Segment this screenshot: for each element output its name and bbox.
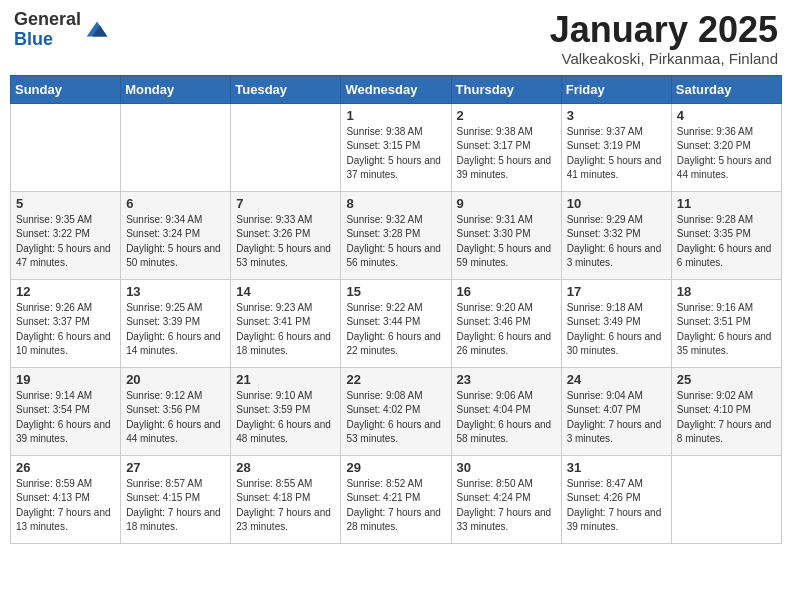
day-number: 25 (677, 372, 776, 387)
calendar-day-cell: 17Sunrise: 9:18 AM Sunset: 3:49 PM Dayli… (561, 279, 671, 367)
day-number: 13 (126, 284, 225, 299)
day-info: Sunrise: 9:20 AM Sunset: 3:46 PM Dayligh… (457, 301, 556, 359)
weekday-header-wednesday: Wednesday (341, 75, 451, 103)
day-info: Sunrise: 9:08 AM Sunset: 4:02 PM Dayligh… (346, 389, 445, 447)
day-number: 7 (236, 196, 335, 211)
calendar-day-cell: 6Sunrise: 9:34 AM Sunset: 3:24 PM Daylig… (121, 191, 231, 279)
calendar-day-cell: 19Sunrise: 9:14 AM Sunset: 3:54 PM Dayli… (11, 367, 121, 455)
day-info: Sunrise: 9:36 AM Sunset: 3:20 PM Dayligh… (677, 125, 776, 183)
day-info: Sunrise: 9:02 AM Sunset: 4:10 PM Dayligh… (677, 389, 776, 447)
day-info: Sunrise: 9:04 AM Sunset: 4:07 PM Dayligh… (567, 389, 666, 447)
calendar-day-cell: 28Sunrise: 8:55 AM Sunset: 4:18 PM Dayli… (231, 455, 341, 543)
day-number: 11 (677, 196, 776, 211)
calendar-day-cell: 27Sunrise: 8:57 AM Sunset: 4:15 PM Dayli… (121, 455, 231, 543)
day-info: Sunrise: 8:59 AM Sunset: 4:13 PM Dayligh… (16, 477, 115, 535)
day-info: Sunrise: 9:22 AM Sunset: 3:44 PM Dayligh… (346, 301, 445, 359)
calendar-day-cell: 8Sunrise: 9:32 AM Sunset: 3:28 PM Daylig… (341, 191, 451, 279)
calendar-day-cell: 9Sunrise: 9:31 AM Sunset: 3:30 PM Daylig… (451, 191, 561, 279)
day-number: 31 (567, 460, 666, 475)
calendar-day-cell: 12Sunrise: 9:26 AM Sunset: 3:37 PM Dayli… (11, 279, 121, 367)
empty-day-cell (671, 455, 781, 543)
day-info: Sunrise: 9:26 AM Sunset: 3:37 PM Dayligh… (16, 301, 115, 359)
day-number: 12 (16, 284, 115, 299)
day-info: Sunrise: 8:52 AM Sunset: 4:21 PM Dayligh… (346, 477, 445, 535)
day-number: 17 (567, 284, 666, 299)
day-number: 18 (677, 284, 776, 299)
calendar-day-cell: 1Sunrise: 9:38 AM Sunset: 3:15 PM Daylig… (341, 103, 451, 191)
day-number: 26 (16, 460, 115, 475)
weekday-header-row: SundayMondayTuesdayWednesdayThursdayFrid… (11, 75, 782, 103)
day-info: Sunrise: 9:31 AM Sunset: 3:30 PM Dayligh… (457, 213, 556, 271)
calendar-day-cell: 24Sunrise: 9:04 AM Sunset: 4:07 PM Dayli… (561, 367, 671, 455)
day-number: 5 (16, 196, 115, 211)
day-number: 19 (16, 372, 115, 387)
weekday-header-friday: Friday (561, 75, 671, 103)
logo-blue-text: Blue (14, 29, 53, 49)
day-number: 30 (457, 460, 556, 475)
weekday-header-thursday: Thursday (451, 75, 561, 103)
day-info: Sunrise: 9:18 AM Sunset: 3:49 PM Dayligh… (567, 301, 666, 359)
day-number: 27 (126, 460, 225, 475)
day-info: Sunrise: 9:38 AM Sunset: 3:17 PM Dayligh… (457, 125, 556, 183)
calendar-day-cell: 21Sunrise: 9:10 AM Sunset: 3:59 PM Dayli… (231, 367, 341, 455)
day-info: Sunrise: 9:10 AM Sunset: 3:59 PM Dayligh… (236, 389, 335, 447)
calendar-week-row: 12Sunrise: 9:26 AM Sunset: 3:37 PM Dayli… (11, 279, 782, 367)
calendar-day-cell: 14Sunrise: 9:23 AM Sunset: 3:41 PM Dayli… (231, 279, 341, 367)
calendar-day-cell: 26Sunrise: 8:59 AM Sunset: 4:13 PM Dayli… (11, 455, 121, 543)
day-info: Sunrise: 9:14 AM Sunset: 3:54 PM Dayligh… (16, 389, 115, 447)
weekday-header-sunday: Sunday (11, 75, 121, 103)
calendar-day-cell: 15Sunrise: 9:22 AM Sunset: 3:44 PM Dayli… (341, 279, 451, 367)
calendar-day-cell: 7Sunrise: 9:33 AM Sunset: 3:26 PM Daylig… (231, 191, 341, 279)
calendar-day-cell: 11Sunrise: 9:28 AM Sunset: 3:35 PM Dayli… (671, 191, 781, 279)
calendar-day-cell: 13Sunrise: 9:25 AM Sunset: 3:39 PM Dayli… (121, 279, 231, 367)
weekday-header-saturday: Saturday (671, 75, 781, 103)
calendar-table: SundayMondayTuesdayWednesdayThursdayFrid… (10, 75, 782, 544)
day-info: Sunrise: 8:57 AM Sunset: 4:15 PM Dayligh… (126, 477, 225, 535)
day-number: 29 (346, 460, 445, 475)
day-number: 9 (457, 196, 556, 211)
empty-day-cell (231, 103, 341, 191)
empty-day-cell (121, 103, 231, 191)
day-number: 14 (236, 284, 335, 299)
calendar-day-cell: 5Sunrise: 9:35 AM Sunset: 3:22 PM Daylig… (11, 191, 121, 279)
calendar-week-row: 26Sunrise: 8:59 AM Sunset: 4:13 PM Dayli… (11, 455, 782, 543)
empty-day-cell (11, 103, 121, 191)
day-info: Sunrise: 9:37 AM Sunset: 3:19 PM Dayligh… (567, 125, 666, 183)
calendar-day-cell: 23Sunrise: 9:06 AM Sunset: 4:04 PM Dayli… (451, 367, 561, 455)
logo-icon (83, 16, 111, 44)
day-number: 6 (126, 196, 225, 211)
calendar-day-cell: 20Sunrise: 9:12 AM Sunset: 3:56 PM Dayli… (121, 367, 231, 455)
day-number: 24 (567, 372, 666, 387)
day-number: 28 (236, 460, 335, 475)
day-number: 21 (236, 372, 335, 387)
logo-general-text: General (14, 9, 81, 29)
day-number: 3 (567, 108, 666, 123)
day-info: Sunrise: 9:16 AM Sunset: 3:51 PM Dayligh… (677, 301, 776, 359)
calendar-day-cell: 2Sunrise: 9:38 AM Sunset: 3:17 PM Daylig… (451, 103, 561, 191)
calendar-day-cell: 29Sunrise: 8:52 AM Sunset: 4:21 PM Dayli… (341, 455, 451, 543)
day-info: Sunrise: 8:50 AM Sunset: 4:24 PM Dayligh… (457, 477, 556, 535)
day-number: 4 (677, 108, 776, 123)
calendar-day-cell: 22Sunrise: 9:08 AM Sunset: 4:02 PM Dayli… (341, 367, 451, 455)
calendar-day-cell: 31Sunrise: 8:47 AM Sunset: 4:26 PM Dayli… (561, 455, 671, 543)
calendar-week-row: 5Sunrise: 9:35 AM Sunset: 3:22 PM Daylig… (11, 191, 782, 279)
calendar-day-cell: 4Sunrise: 9:36 AM Sunset: 3:20 PM Daylig… (671, 103, 781, 191)
day-number: 15 (346, 284, 445, 299)
day-number: 2 (457, 108, 556, 123)
day-number: 16 (457, 284, 556, 299)
day-number: 1 (346, 108, 445, 123)
day-number: 8 (346, 196, 445, 211)
day-info: Sunrise: 9:06 AM Sunset: 4:04 PM Dayligh… (457, 389, 556, 447)
day-info: Sunrise: 9:35 AM Sunset: 3:22 PM Dayligh… (16, 213, 115, 271)
day-info: Sunrise: 9:33 AM Sunset: 3:26 PM Dayligh… (236, 213, 335, 271)
day-info: Sunrise: 9:12 AM Sunset: 3:56 PM Dayligh… (126, 389, 225, 447)
calendar-week-row: 19Sunrise: 9:14 AM Sunset: 3:54 PM Dayli… (11, 367, 782, 455)
weekday-header-tuesday: Tuesday (231, 75, 341, 103)
calendar-day-cell: 16Sunrise: 9:20 AM Sunset: 3:46 PM Dayli… (451, 279, 561, 367)
day-number: 23 (457, 372, 556, 387)
calendar-day-cell: 10Sunrise: 9:29 AM Sunset: 3:32 PM Dayli… (561, 191, 671, 279)
calendar-day-cell: 25Sunrise: 9:02 AM Sunset: 4:10 PM Dayli… (671, 367, 781, 455)
day-number: 10 (567, 196, 666, 211)
day-info: Sunrise: 9:34 AM Sunset: 3:24 PM Dayligh… (126, 213, 225, 271)
day-number: 20 (126, 372, 225, 387)
